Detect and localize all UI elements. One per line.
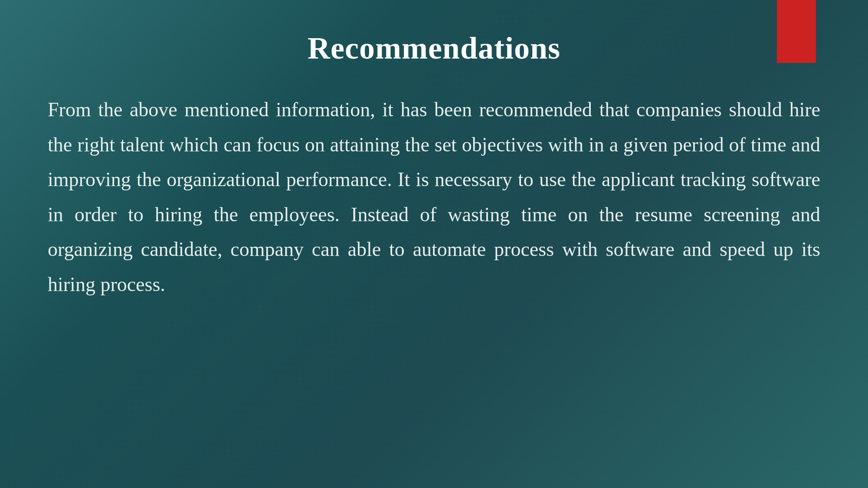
red-bookmark [777, 0, 816, 63]
slide-body-text: From the above mentioned information, it… [48, 92, 820, 302]
slide-container: Recommendations From the above mentioned… [0, 0, 868, 488]
slide-title: Recommendations [48, 30, 820, 66]
